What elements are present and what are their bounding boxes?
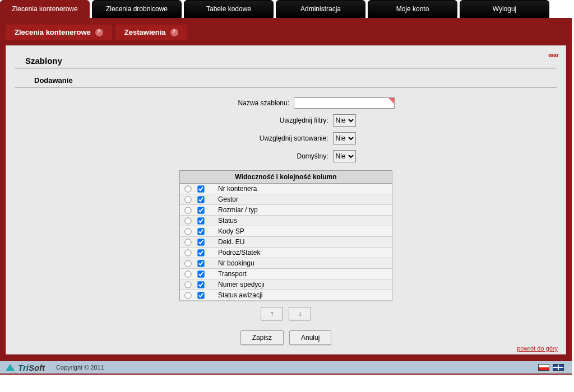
row-radio[interactable] [184,249,191,256]
row-radio[interactable] [184,196,191,203]
collapse-icon[interactable]: ««« [548,50,558,59]
table-row[interactable]: Dekl. EU [180,237,392,248]
logo-text-tri: Tri [18,363,29,372]
section-title: Dodawanie [15,68,557,87]
table-row[interactable]: Kody SP [180,226,392,237]
table-row[interactable]: Numer spedycji [180,279,392,290]
row-label: Numer spedycji [210,281,265,288]
row-radio[interactable] [184,270,191,277]
required-corner-icon [388,98,394,104]
flag-pl-icon[interactable] [538,364,549,371]
row-checkbox[interactable] [197,281,204,288]
row-checkbox[interactable] [197,185,204,192]
tab-administracja[interactable]: Administracja [276,0,365,18]
red-container: Zlecenia kontenerowe Zestawienia ««« Sza… [0,18,572,375]
content-panel: ««« Szablony Dodawanie Nazwa szablonu: U… [6,45,566,354]
row-radio[interactable] [184,281,191,288]
row-checkbox[interactable] [197,217,204,224]
row-nazwa: Nazwa szablonu: [15,97,557,109]
row-checkbox[interactable] [197,207,204,213]
help-icon[interactable] [95,29,103,36]
table-row[interactable]: Status [180,216,392,226]
label-sortowanie: Uwzględnij sortowanie: [216,134,328,142]
cancel-button[interactable]: Anuluj [289,330,331,345]
row-label: Rozmiar / typ [210,206,258,214]
table-row[interactable]: Podróż/Statek [180,248,392,258]
label-domyslny: Domyślny: [216,152,328,160]
row-label: Nr kontenera [210,185,257,193]
row-label: Dekl. EU [210,238,244,246]
table-row[interactable]: Nr bookingu [180,258,392,269]
tab-zlecenia-kontenerowe[interactable]: Zlecenia kontenerowe [0,0,90,18]
row-checkbox[interactable] [197,239,204,245]
table-row[interactable]: Gestor [180,194,392,205]
row-checkbox[interactable] [197,270,204,277]
subtab-zlecenia-kontenerowe[interactable]: Zlecenia kontenerowe [6,25,112,40]
table-row[interactable]: Nr kontenera [180,184,392,194]
columns-table: Widoczność i kolejność kolumn Nr kontene… [179,170,392,301]
select-domyslny[interactable]: Nie [333,150,356,162]
subtab-label: Zestawienia [124,28,166,36]
form-area: Nazwa szablonu: Uwzględnij filtry: Nie U… [15,87,557,345]
top-tab-bar: Zlecenia kontenerowe Zlecenia drobnicowe… [0,0,574,18]
row-sortowanie: Uwzględnij sortowanie: Nie [15,132,557,144]
back-to-top-link[interactable]: powrót do góry [517,345,558,352]
tab-tabele-kodowe[interactable]: Tabele kodowe [184,0,274,18]
row-radio[interactable] [184,185,191,192]
row-label: Status awizacji [210,291,262,299]
row-label: Transport [210,270,247,278]
app-root: Zlecenia kontenerowe Zlecenia drobnicowe… [0,0,574,375]
row-radio[interactable] [184,292,191,298]
columns-table-header: Widoczność i kolejność kolumn [180,171,392,184]
row-radio[interactable] [184,260,191,267]
select-uwzglednij-sortowanie[interactable]: Nie [333,132,356,144]
row-checkbox[interactable] [197,260,204,267]
row-domyslny: Domyślny: Nie [15,150,557,162]
logo: TriSoft [6,363,45,372]
language-flags [538,364,564,371]
action-buttons: Zapisz Anuluj [15,330,557,345]
row-radio[interactable] [184,207,191,213]
flag-uk-icon[interactable] [553,364,564,371]
row-radio[interactable] [184,217,191,224]
footer: TriSoft Copyright © 2011 [0,360,572,375]
row-checkbox[interactable] [197,249,204,256]
row-checkbox[interactable] [197,196,204,203]
page-title: Szablony [15,52,557,68]
input-nazwa-szablonu[interactable] [294,97,395,109]
table-row[interactable]: Rozmiar / typ [180,205,392,216]
row-label: Kody SP [210,227,244,235]
row-filtry: Uwzględnij filtry: Nie [15,114,557,127]
row-radio[interactable] [184,239,191,245]
label-nazwa: Nazwa szablonu: [177,99,289,107]
logo-text-soft: Soft [29,363,45,372]
save-button[interactable]: Zapisz [240,330,284,345]
reorder-buttons: ↑ ↓ [15,307,557,320]
row-label: Podróż/Statek [210,249,260,256]
tab-zlecenia-drobnicowe[interactable]: Zlecenia drobnicowe [92,0,182,18]
select-uwzglednij-filtry[interactable]: Nie [333,114,356,127]
table-row[interactable]: Status awizacji [180,290,392,301]
subtab-label: Zlecenia kontenerowe [15,28,91,36]
label-filtry: Uwzględnij filtry: [216,116,328,124]
table-row[interactable]: Transport [180,269,392,279]
help-icon[interactable] [170,29,178,36]
sub-tab-bar: Zlecenia kontenerowe Zestawienia [0,25,572,45]
tab-wyloguj[interactable]: Wyloguj [460,0,549,18]
row-label: Gestor [210,195,238,203]
row-checkbox[interactable] [197,228,204,235]
logo-triangle-icon [6,364,15,371]
copyright-text: Copyright © 2011 [56,364,104,371]
tab-moje-konto[interactable]: Moje konto [368,0,457,18]
row-radio[interactable] [184,228,191,235]
row-label: Status [210,217,237,225]
subtab-zestawienia[interactable]: Zestawienia [115,25,187,40]
row-label: Nr bookingu [210,259,254,267]
move-up-button[interactable]: ↑ [261,307,283,320]
row-checkbox[interactable] [197,292,204,298]
move-down-button[interactable]: ↓ [289,307,311,320]
